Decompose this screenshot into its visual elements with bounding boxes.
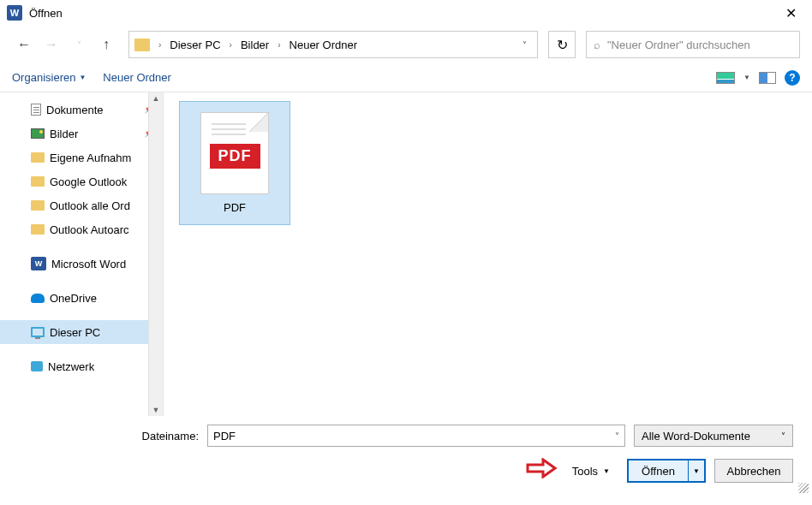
address-dropdown[interactable]: ˅ xyxy=(522,40,532,50)
nav-forward-button[interactable]: → xyxy=(39,33,63,56)
sidebar-scrollbar[interactable]: ▲ ▼ xyxy=(148,92,163,416)
file-type-filter[interactable]: Alle Word-Dokumente ˅ xyxy=(634,425,793,447)
sidebar-item-folder[interactable]: Outlook Autoarc xyxy=(0,217,163,241)
folder-icon xyxy=(31,200,45,211)
pc-icon xyxy=(31,327,45,337)
sidebar-item-thispc[interactable]: Dieser PC xyxy=(0,320,163,344)
resize-grip[interactable] xyxy=(798,483,809,493)
onedrive-icon xyxy=(31,294,45,303)
folder-icon xyxy=(31,152,45,163)
annotation-arrow-icon xyxy=(526,457,557,484)
sidebar-item-folder[interactable]: Google Outlook xyxy=(0,169,163,193)
file-name-label: PDF xyxy=(224,201,246,214)
cancel-button[interactable]: Abbrechen xyxy=(714,459,793,483)
pictures-icon xyxy=(31,128,45,139)
breadcrumb-item[interactable]: Bilder xyxy=(241,39,269,51)
preview-pane-icon[interactable] xyxy=(759,72,776,84)
breadcrumb-item[interactable]: Dieser PC xyxy=(170,39,220,51)
chevron-right-icon: › xyxy=(274,40,284,50)
network-icon xyxy=(31,361,43,371)
word-icon: W xyxy=(31,257,46,270)
filename-input[interactable]: PDF ˅ xyxy=(207,425,625,447)
sidebar-item-network[interactable]: Netzwerk xyxy=(0,354,163,378)
search-placeholder: "Neuer Ordner" durchsuchen xyxy=(607,39,750,51)
word-app-icon: W xyxy=(7,5,22,21)
help-button[interactable]: ? xyxy=(785,70,800,86)
folder-icon xyxy=(31,176,45,187)
dialog-title: Öffnen xyxy=(29,7,63,20)
file-list-area[interactable]: PDF PDF xyxy=(163,92,812,416)
folder-icon xyxy=(134,39,150,51)
organize-menu[interactable]: Organisieren▼ xyxy=(12,71,86,84)
filename-label: Dateiname: xyxy=(19,430,199,443)
chevron-right-icon: › xyxy=(155,40,164,50)
refresh-button[interactable]: ↻ xyxy=(548,31,576,58)
chevron-down-icon[interactable]: ˅ xyxy=(615,431,619,441)
open-split-dropdown[interactable]: ▼ xyxy=(689,460,704,481)
breadcrumb-item[interactable]: Neuer Ordner xyxy=(290,39,357,51)
sidebar-item-word[interactable]: W Microsoft Word xyxy=(0,252,163,276)
scroll-up-icon[interactable]: ▲ xyxy=(152,94,160,103)
scroll-down-icon[interactable]: ▼ xyxy=(152,406,160,414)
nav-back-button[interactable]: ← xyxy=(12,33,36,56)
nav-recent-dropdown[interactable]: ˅ xyxy=(67,33,91,56)
address-bar[interactable]: › Dieser PC › Bilder › Neuer Ordner ˅ xyxy=(128,31,538,58)
chevron-down-icon: ▼ xyxy=(79,74,86,81)
folder-icon xyxy=(31,224,45,235)
search-input[interactable]: ⌕ "Neuer Ordner" durchsuchen xyxy=(586,31,800,58)
file-item-pdf[interactable]: PDF PDF xyxy=(179,101,290,225)
sidebar-item-onedrive[interactable]: OneDrive xyxy=(0,286,163,310)
nav-up-button[interactable]: ↑ xyxy=(94,33,118,56)
tools-menu[interactable]: Tools▼ xyxy=(572,465,610,478)
document-icon xyxy=(31,104,41,116)
pdf-file-icon: PDF xyxy=(200,112,269,194)
chevron-down-icon: ˅ xyxy=(781,431,785,441)
open-button[interactable]: Öffnen ▼ xyxy=(627,459,706,483)
navigation-pane: Dokumente 📌 Bilder 📌 Eigene Aufnahm Goog… xyxy=(0,92,163,416)
sidebar-item-pictures[interactable]: Bilder 📌 xyxy=(0,122,163,146)
sidebar-item-folder[interactable]: Outlook alle Ord xyxy=(0,193,163,217)
sidebar-item-documents[interactable]: Dokumente 📌 xyxy=(0,98,163,122)
new-folder-button[interactable]: Neuer Ordner xyxy=(103,71,170,84)
sidebar-item-folder[interactable]: Eigene Aufnahm xyxy=(0,146,163,169)
view-mode-icon[interactable] xyxy=(716,72,735,84)
chevron-down-icon: ▼ xyxy=(603,467,610,475)
search-icon: ⌕ xyxy=(594,39,600,51)
close-button[interactable]: ✕ xyxy=(777,5,805,21)
chevron-down-icon[interactable]: ▼ xyxy=(743,74,750,81)
chevron-right-icon: › xyxy=(226,40,236,50)
